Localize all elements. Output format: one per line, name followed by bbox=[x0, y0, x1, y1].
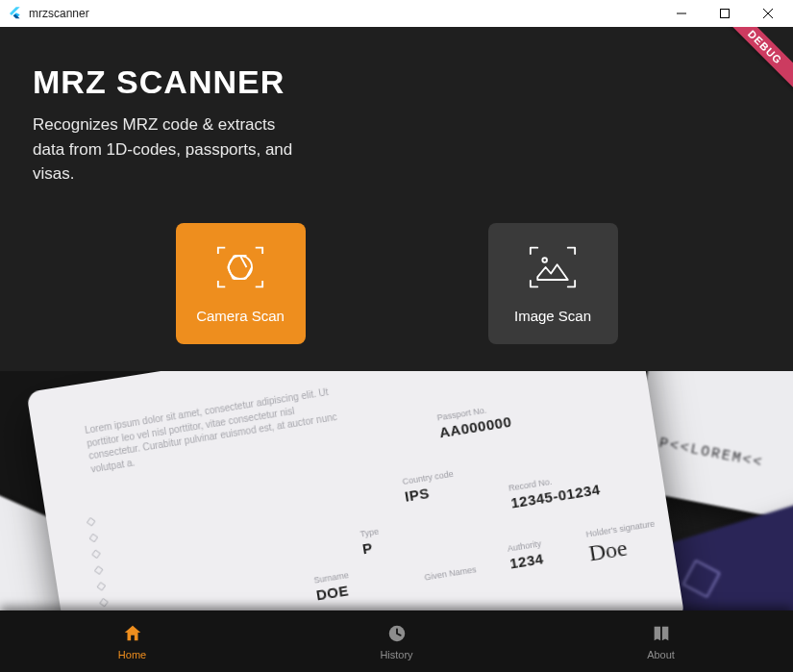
banner-authority: Authority 1234 bbox=[507, 538, 545, 571]
window-title: mrzscanner bbox=[29, 7, 89, 20]
maximize-button[interactable] bbox=[703, 0, 746, 27]
image-scan-label: Image Scan bbox=[514, 308, 591, 324]
camera-scan-label: Camera Scan bbox=[196, 308, 285, 324]
nav-home[interactable]: Home bbox=[75, 623, 190, 660]
banner-card-main: Lorem ipsum dolor sit amet, consectetur … bbox=[26, 371, 684, 611]
banner-given-names: Given Names bbox=[424, 564, 478, 584]
page-title: MRZ SCANNER bbox=[33, 63, 760, 101]
window-titlebar: mrzscanner bbox=[0, 0, 793, 27]
banner-lorem-text: Lorem ipsum dolor sit amet, consectetur … bbox=[84, 384, 348, 476]
app-root: DEBUG MRZ SCANNER Recognizes MRZ code & … bbox=[0, 27, 793, 672]
mrz-sample-text: P<<LOREM<< bbox=[657, 436, 764, 472]
image-scan-button[interactable]: Image Scan bbox=[488, 223, 618, 344]
image-scan-icon bbox=[526, 243, 580, 294]
flutter-logo-icon bbox=[8, 6, 23, 21]
close-button[interactable] bbox=[746, 0, 789, 27]
history-icon bbox=[386, 623, 408, 646]
minimize-button[interactable] bbox=[659, 0, 703, 27]
banner-record-no: Record No. 12345-01234 bbox=[508, 469, 601, 510]
bottom-nav: Home History About bbox=[0, 610, 793, 672]
scan-buttons-row: Camera Scan Image Scan bbox=[0, 223, 793, 344]
nav-history[interactable]: History bbox=[339, 623, 455, 660]
about-icon bbox=[651, 623, 672, 646]
nav-about-label: About bbox=[647, 649, 675, 660]
home-icon bbox=[122, 623, 143, 646]
svg-rect-0 bbox=[720, 10, 729, 18]
svg-point-2 bbox=[542, 258, 547, 262]
document-banner: P<<LOREM<< Lorem ipsum dolor sit amet, c… bbox=[0, 371, 793, 611]
banner-passport-no: Passport No. AA000000 bbox=[436, 402, 512, 440]
nav-about[interactable]: About bbox=[604, 623, 719, 660]
banner-type: Type P bbox=[359, 527, 383, 558]
hero-section: MRZ SCANNER Recognizes MRZ code & extrac… bbox=[0, 27, 793, 196]
camera-scan-button[interactable]: Camera Scan bbox=[176, 223, 306, 344]
nav-home-label: Home bbox=[118, 649, 146, 660]
banner-surname: Surname DOE bbox=[313, 570, 353, 603]
banner-signature: Holder's signature Doe bbox=[585, 519, 659, 567]
nav-history-label: History bbox=[380, 649, 412, 660]
page-subtitle: Recognizes MRZ code & extracts data from… bbox=[33, 112, 302, 187]
perforation-decor bbox=[87, 518, 111, 611]
banner-country-code: Country code IPS bbox=[402, 469, 457, 505]
camera-aperture-icon bbox=[213, 243, 267, 294]
